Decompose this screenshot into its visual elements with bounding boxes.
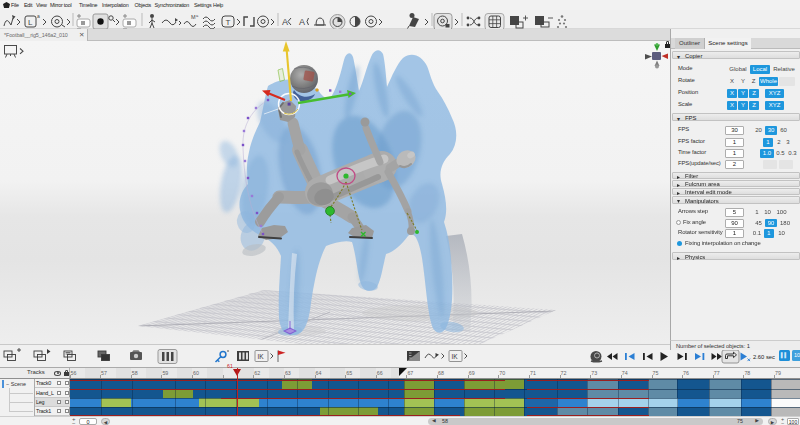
svg-text:A: A: [282, 17, 288, 27]
svg-text:2.60 sec: 2.60 sec: [753, 354, 775, 360]
svg-text:IK: IK: [452, 353, 459, 360]
svg-text:L: L: [28, 18, 33, 27]
svg-text:T: T: [226, 18, 231, 27]
svg-text:a: a: [196, 13, 199, 18]
svg-text:A: A: [299, 17, 305, 27]
svg-text:a: a: [37, 13, 40, 19]
svg-text:IK: IK: [258, 353, 265, 360]
